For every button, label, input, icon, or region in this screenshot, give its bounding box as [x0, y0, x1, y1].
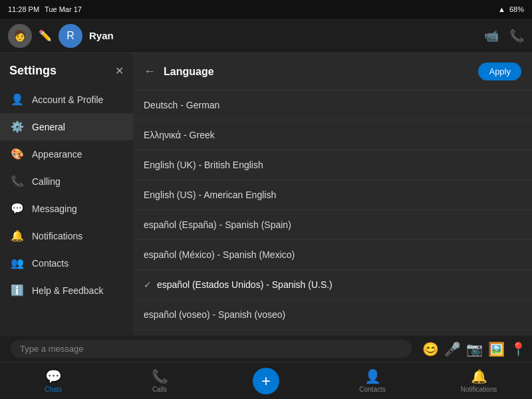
bottom-area: Type a message 😊 🎤 📷 🖼️ 📍 💬 Chats 📞 Call…: [0, 336, 532, 399]
appearance-icon: 🎨: [11, 148, 24, 160]
menu-item-messaging[interactable]: 💬 Messaging: [0, 195, 133, 222]
top-bar: 🧑 ✏️ R Ryan 📹 📞: [0, 19, 532, 53]
image-icon[interactable]: 🖼️: [488, 341, 505, 357]
nav-contacts-label: Contacts: [359, 386, 385, 393]
phone-call-icon[interactable]: 📞: [509, 29, 524, 43]
close-button[interactable]: ✕: [115, 65, 124, 77]
help-icon: ℹ️: [11, 284, 24, 297]
lang-label-de: Deutsch - German: [144, 100, 219, 110]
lang-item-de[interactable]: Deutsch - German: [133, 90, 532, 120]
message-placeholder: Type a message: [20, 344, 83, 354]
status-right: ▲ 68%: [498, 5, 524, 13]
nav-plus[interactable]: +: [213, 368, 319, 394]
emoji-icon[interactable]: 😊: [422, 341, 439, 357]
notifications-icon: 🔔: [11, 229, 24, 242]
lang-item-es-mx[interactable]: español (México) - Spanish (Mexico): [133, 240, 532, 270]
menu-item-calling[interactable]: 📞 Calling: [0, 168, 133, 195]
lang-item-es-us[interactable]: ✓ español (Estados Unidos) - Spanish (U.…: [133, 270, 532, 300]
selected-check-icon: ✓: [144, 279, 152, 290]
nav-calls[interactable]: 📞 Calls: [106, 368, 213, 393]
nav-chats[interactable]: 💬 Chats: [0, 368, 106, 393]
menu-item-account[interactable]: 👤 Account & Profile: [0, 86, 133, 113]
settings-panel: Settings ✕ 👤 Account & Profile ⚙️ Genera…: [0, 53, 133, 336]
lang-label-es-mx: español (México) - Spanish (Mexico): [144, 249, 295, 260]
message-input[interactable]: Type a message: [11, 340, 412, 358]
menu-label-account: Account & Profile: [32, 94, 103, 105]
menu-label-contacts: Contacts: [32, 258, 68, 269]
nav-calls-label: Calls: [152, 386, 167, 393]
nav-chats-label: Chats: [45, 386, 62, 393]
chats-icon: 💬: [45, 368, 62, 384]
menu-label-notifications: Notifications: [32, 231, 82, 241]
video-call-icon[interactable]: 📹: [484, 29, 499, 43]
location-icon[interactable]: 📍: [510, 341, 527, 357]
menu-label-appearance: Appearance: [32, 149, 82, 160]
lang-item-en-uk[interactable]: English (UK) - British English: [133, 150, 532, 180]
bottom-nav: 💬 Chats 📞 Calls + 👤 Contacts 🔔 Notificat…: [0, 362, 532, 399]
mic-icon[interactable]: 🎤: [444, 341, 461, 357]
time: 11:28 PM: [8, 5, 39, 13]
menu-item-contacts[interactable]: 👥 Contacts: [0, 249, 133, 277]
messaging-icon: 💬: [11, 202, 24, 215]
contacts-icon: 👥: [11, 257, 24, 269]
lang-label-es-vo: español (voseo) - Spanish (voseo): [144, 309, 285, 320]
lang-label-en-us: English (US) - American English: [144, 190, 276, 200]
lang-label-el: Ελληνικά - Greek: [144, 130, 215, 140]
lang-item-el[interactable]: Ελληνικά - Greek: [133, 120, 532, 150]
language-panel: ← Language Apply Deutsch - German Ελληνι…: [133, 53, 532, 336]
user-name: Ryan: [89, 30, 477, 41]
notifications-nav-icon: 🔔: [471, 368, 487, 384]
menu-item-general[interactable]: ⚙️ General: [0, 113, 133, 140]
language-list: Deutsch - German Ελληνικά - Greek Englis…: [133, 90, 532, 336]
calls-icon: 📞: [152, 368, 168, 384]
status-left: 11:28 PM Tue Mar 17: [8, 5, 82, 13]
menu-item-notifications[interactable]: 🔔 Notifications: [0, 222, 133, 249]
menu-label-help: Help & Feedback: [32, 285, 103, 296]
language-header: ← Language Apply: [133, 53, 532, 90]
calling-icon: 📞: [11, 175, 24, 188]
back-icon[interactable]: ←: [144, 65, 156, 78]
contacts-nav-icon: 👤: [364, 368, 381, 384]
menu-label-messaging: Messaging: [32, 203, 77, 214]
plus-button[interactable]: +: [253, 368, 279, 394]
language-title: Language: [164, 66, 470, 78]
status-bar: 11:28 PM Tue Mar 17 ▲ 68%: [0, 0, 532, 19]
menu-item-appearance[interactable]: 🎨 Appearance: [0, 140, 133, 168]
lang-label-en-uk: English (UK) - British English: [144, 160, 263, 170]
plus-icon: +: [261, 372, 271, 390]
menu-label-general: General: [32, 122, 65, 132]
nav-contacts[interactable]: 👤 Contacts: [319, 368, 426, 393]
top-bar-icons: 📹 📞: [484, 29, 524, 43]
camera-icon[interactable]: 📷: [466, 341, 483, 357]
settings-header: Settings ✕: [0, 64, 133, 86]
account-icon: 👤: [11, 93, 24, 106]
user-avatar: R: [59, 24, 82, 48]
menu-item-help[interactable]: ℹ️ Help & Feedback: [0, 277, 133, 304]
settings-title: Settings: [9, 64, 57, 78]
date: Tue Mar 17: [45, 5, 82, 13]
lang-item-et[interactable]: eesti - Estonian: [133, 330, 532, 336]
lang-item-es-es[interactable]: español (España) - Spanish (Spain): [133, 210, 532, 240]
app-container: 🧑 ✏️ R Ryan 📹 📞 🔍 People, groups &... R …: [0, 19, 532, 399]
content-area: 🔍 People, groups &... R Ryan Call ended …: [0, 53, 532, 336]
lang-item-en-us[interactable]: English (US) - American English: [133, 180, 532, 210]
lang-label-es-us: español (Estados Unidos) - Spanish (U.S.…: [157, 279, 332, 290]
message-bar-row: Type a message 😊 🎤 📷 🖼️ 📍: [0, 336, 532, 362]
lang-item-es-vo[interactable]: español (voseo) - Spanish (voseo): [133, 300, 532, 330]
general-icon: ⚙️: [11, 120, 24, 133]
battery: 68%: [509, 5, 524, 13]
menu-label-calling: Calling: [32, 176, 61, 187]
nav-notifications-label: Notifications: [461, 386, 497, 393]
apply-button[interactable]: Apply: [478, 63, 521, 80]
nav-notifications[interactable]: 🔔 Notifications: [426, 368, 532, 393]
avatar: 🧑: [8, 24, 32, 48]
lang-label-es-es: español (España) - Spanish (Spain): [144, 219, 291, 230]
settings-overlay: Settings ✕ 👤 Account & Profile ⚙️ Genera…: [0, 53, 532, 336]
wifi-icon: ▲: [498, 5, 505, 13]
edit-icon[interactable]: ✏️: [39, 29, 52, 42]
